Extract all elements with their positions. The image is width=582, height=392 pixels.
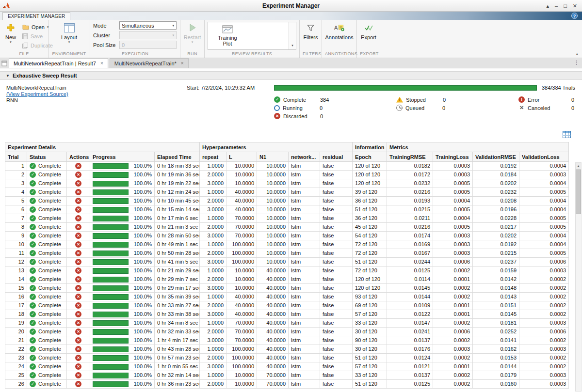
table-row[interactable]: 1✓Complete✕100.0%0 hr 18 min 33 sec1.000… <box>5 162 569 171</box>
table-row[interactable]: 5✓Complete✕100.0%0 hr 10 min 45 sec2.000… <box>5 197 569 205</box>
table-row[interactable]: 25✓Complete✕100.0%0 hr 32 min 14 sec1.00… <box>5 371 569 380</box>
cell-residual: false <box>320 232 353 240</box>
shade-window-button[interactable]: ▴ <box>546 3 549 9</box>
table-row[interactable]: 7✓Complete✕100.0%0 hr 17 min 6 sec1.0000… <box>5 214 569 223</box>
discard-trial-button[interactable]: ✕ <box>75 250 81 256</box>
discard-trial-button[interactable]: ✕ <box>75 224 81 230</box>
table-row[interactable]: 21✓Complete✕100.0%1 hr 4 min 17 sec3.000… <box>5 336 569 345</box>
table-row[interactable]: 15✓Complete✕100.0%0 hr 29 min 17 sec3.00… <box>5 284 569 293</box>
pool-size-input[interactable] <box>119 41 177 49</box>
close-button[interactable]: ✕ <box>573 3 577 9</box>
tab-result-document[interactable]: MultiNetworkRepeatTrain | Result7 × <box>9 58 108 68</box>
table-row[interactable]: 26✓Complete✕100.0%0 hr 36 min 23 sec2.00… <box>5 380 569 389</box>
column-header-actions[interactable]: Actions <box>67 152 90 162</box>
collapse-ribbon-button[interactable]: ▴ <box>576 51 578 56</box>
discard-trial-button[interactable]: ✕ <box>75 198 81 204</box>
discard-trial-button[interactable]: ✕ <box>75 311 81 317</box>
tab-experiment-manager[interactable]: EXPERIMENT MANAGER <box>2 12 70 20</box>
export-button[interactable]: Export <box>358 21 379 40</box>
tab-overflow-button[interactable]: ⋮ <box>574 60 579 66</box>
discard-trial-button[interactable]: ✕ <box>75 355 81 361</box>
cell-actions: ✕ <box>67 205 90 214</box>
discard-trial-button[interactable]: ✕ <box>75 241 81 248</box>
discard-trial-button[interactable]: ✕ <box>75 285 81 291</box>
table-row[interactable]: 24✓Complete✕100.0%1 hr 0 min 55 sec3.000… <box>5 362 569 371</box>
restart-button[interactable]: Restart ▾ <box>181 21 203 44</box>
table-row[interactable]: 17✓Complete✕100.0%0 hr 33 min 27 sec2.00… <box>5 301 569 310</box>
table-row[interactable]: 23✓Complete✕100.0%0 hr 57 min 23 sec2.00… <box>5 354 569 362</box>
column-header-epoch[interactable]: Epoch <box>353 152 387 162</box>
table-row[interactable]: 8✓Complete✕100.0%0 hr 21 min 3 sec2.0000… <box>5 223 569 232</box>
discard-trial-button[interactable]: ✕ <box>75 337 81 344</box>
table-row[interactable]: 22✓Complete✕100.0%0 hr 43 min 28 sec1.00… <box>5 345 569 354</box>
result-section-header[interactable]: ▼ Exhaustive Sweep Result <box>0 71 582 80</box>
table-row[interactable]: 11✓Complete✕100.0%0 hr 50 min 28 sec2.00… <box>5 249 569 258</box>
discard-trial-button[interactable]: ✕ <box>75 189 81 195</box>
discard-trial-button[interactable]: ✕ <box>75 372 81 378</box>
table-row[interactable]: 14✓Complete✕100.0%0 hr 29 min 7 sec2.000… <box>5 275 569 284</box>
mode-dropdown[interactable]: Simultaneous ▾ <box>119 21 177 30</box>
discard-trial-button[interactable]: ✕ <box>75 302 81 309</box>
column-header-residual[interactable]: residual <box>320 152 353 162</box>
close-tab-icon[interactable]: × <box>181 61 184 66</box>
new-button[interactable]: New ▾ <box>3 21 18 44</box>
discard-trial-button[interactable]: ✕ <box>75 215 81 221</box>
discard-trial-button[interactable]: ✕ <box>75 259 81 265</box>
table-row[interactable]: 12✓Complete✕100.0%0 hr 41 min 5 sec3.000… <box>5 258 569 267</box>
table-row[interactable]: 2✓Complete✕100.0%0 hr 19 min 36 sec2.000… <box>5 171 569 179</box>
table-row[interactable]: 6✓Complete✕100.0%0 hr 15 min 14 sec3.000… <box>5 205 569 214</box>
close-tab-icon[interactable]: × <box>100 61 103 66</box>
column-header-trial[interactable]: Trial <box>5 152 27 162</box>
filters-button[interactable]: Filters <box>301 21 321 40</box>
discard-trial-button[interactable]: ✕ <box>75 346 81 352</box>
maximize-button[interactable]: □ <box>564 3 567 9</box>
discard-trial-button[interactable]: ✕ <box>75 163 81 169</box>
vertical-scrollbar[interactable]: ▲ <box>575 162 582 392</box>
column-header-validationrmse[interactable]: ValidationRMSE <box>473 152 519 162</box>
training-plot-button[interactable]: Training Plot <box>208 22 247 49</box>
scroll-up-button[interactable]: ▲ <box>576 163 581 170</box>
column-header-trainingrmse[interactable]: TrainingRMSE <box>387 152 433 162</box>
table-row[interactable]: 10✓Complete✕100.0%0 hr 49 min 1 sec1.000… <box>5 240 569 249</box>
discard-trial-button[interactable]: ✕ <box>75 276 81 282</box>
discard-trial-button[interactable]: ✕ <box>75 329 81 335</box>
gallery-dropdown-button[interactable]: ▾ <box>289 22 296 49</box>
table-row[interactable]: 4✓Complete✕100.0%0 hr 12 min 24 sec1.000… <box>5 188 569 197</box>
cluster-dropdown[interactable]: ▾ <box>119 31 177 39</box>
table-row[interactable]: 9✓Complete✕100.0%0 hr 28 min 50 sec3.000… <box>5 232 569 240</box>
discard-trial-button[interactable]: ✕ <box>75 294 81 300</box>
discard-trial-button[interactable]: ✕ <box>75 363 81 370</box>
table-row[interactable]: 13✓Complete✕100.0%0 hr 21 min 29 sec1.00… <box>5 267 569 275</box>
discard-trial-button[interactable]: ✕ <box>75 320 81 326</box>
discard-trial-button[interactable]: ✕ <box>75 381 81 387</box>
view-experiment-source-link[interactable]: (View Experiment Source) <box>6 91 68 97</box>
cell-repeat: 3.0000 <box>200 310 226 319</box>
help-button[interactable]: ? <box>571 13 578 19</box>
discard-trial-button[interactable]: ✕ <box>75 233 81 239</box>
column-header-validationloss[interactable]: ValidationLoss <box>519 152 569 162</box>
discard-trial-button[interactable]: ✕ <box>75 267 81 274</box>
table-row[interactable]: 19✓Complete✕100.0%0 hr 34 min 8 sec1.000… <box>5 319 569 328</box>
column-header-l[interactable]: L <box>226 152 257 162</box>
table-row[interactable]: 3✓Complete✕100.0%0 hr 19 min 22 sec3.000… <box>5 179 569 188</box>
column-header-trainingloss[interactable]: TrainingLoss <box>433 152 473 162</box>
annotations-button[interactable]: A Annotations <box>323 21 356 40</box>
discard-trial-button[interactable]: ✕ <box>75 180 81 187</box>
table-row[interactable]: 20✓Complete✕100.0%0 hr 32 min 33 sec2.00… <box>5 328 569 336</box>
discard-trial-button[interactable]: ✕ <box>75 172 81 178</box>
table-row[interactable]: 18✓Complete✕100.0%0 hr 33 min 38 sec3.00… <box>5 310 569 319</box>
discard-trial-button[interactable]: ✕ <box>75 206 81 213</box>
dock-icon[interactable] <box>1 61 7 66</box>
column-header-repeat[interactable]: repeat <box>200 152 226 162</box>
column-header-status[interactable]: Status <box>27 152 67 162</box>
column-header-n1[interactable]: N1 <box>257 152 289 162</box>
column-header-progress[interactable]: Progress <box>90 152 155 162</box>
table-columns-button[interactable] <box>563 131 571 138</box>
table-row[interactable]: 16✓Complete✕100.0%0 hr 35 min 39 sec1.00… <box>5 293 569 301</box>
column-header-elapsed-time[interactable]: Elapsed Time <box>155 152 200 162</box>
minimize-button[interactable]: – <box>555 3 558 9</box>
tab-experiment-document[interactable]: MultiNetworkRepeatTrain* × <box>110 58 189 68</box>
layout-button[interactable]: Layout ▾ <box>59 21 80 44</box>
column-header-network-[interactable]: network... <box>289 152 320 162</box>
scrollbar-thumb[interactable] <box>576 170 581 214</box>
